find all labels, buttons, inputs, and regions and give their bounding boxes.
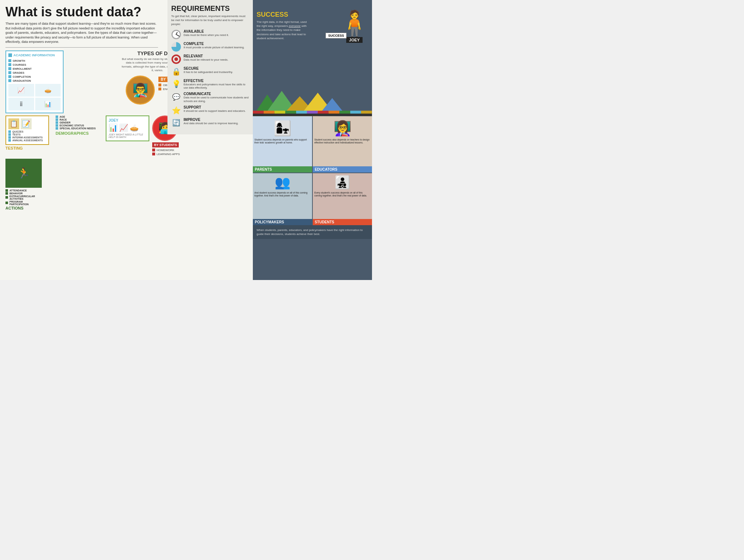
educators-card: 👩‍🏫 Student success also depends on teac…: [313, 116, 372, 173]
req-available-text: AVAILABLE Data must be there when you ne…: [183, 29, 249, 37]
demographics-area: AGE RACE GENDER ECONOMIC STATUS: [56, 115, 103, 135]
star-icon: ⭐: [171, 105, 181, 115]
green-square-icon: [5, 196, 8, 199]
students-item-hw: HOMEWORK: [152, 149, 180, 152]
req-complete-text: COMPLETE It must provide a whole picture…: [183, 42, 249, 49]
req-item-available: AVAILABLE Data must be there when you ne…: [171, 29, 249, 40]
parents-label: PARENTS: [253, 166, 312, 173]
policymakers-label: POLICYMAKERS: [253, 219, 312, 225]
policymakers-image: 👥: [253, 173, 312, 190]
pie-icon: [171, 42, 181, 52]
testing-item-interim: INTERIM ASSESSMENTS: [8, 136, 46, 139]
bottom-text-area: When students, parents, educators, and p…: [253, 225, 372, 239]
req-support-name: SUPPORT: [183, 105, 249, 109]
color-block-4: [286, 111, 296, 114]
intro-text: There are many types of data that suppor…: [5, 21, 158, 44]
academic-item-graduation: GRADUATION: [8, 79, 61, 82]
dot-icon: [8, 59, 11, 62]
academic-icon: [8, 53, 12, 57]
academic-item-growth: GROWTH: [8, 59, 61, 62]
color-block-11: [361, 111, 372, 114]
clock-icon: [171, 29, 181, 40]
arrows-icon: 🔄: [171, 118, 181, 128]
target-circle: [171, 54, 181, 64]
teal-square-icon: [8, 139, 11, 142]
req-secure-desc: It has to be safeguarded and trustworthy…: [183, 70, 249, 74]
dot-icon: [8, 75, 11, 78]
testing-items: QUIZZES TESTS INTERIM ASSESSMENTS A: [8, 130, 46, 142]
students-card: 👨‍👧‍👦 Every student's success depends on…: [313, 173, 372, 226]
testing-box: 📋 📝 QUIZZES TESTS: [5, 115, 49, 145]
lock-icon: 🔒: [171, 66, 181, 77]
req-relevant-desc: Data must be relevant to your needs.: [183, 58, 249, 62]
demo-item-gender: GENDER: [56, 121, 103, 124]
req-available-desc: Data must be there when you need it.: [183, 33, 249, 37]
academic-items: GROWTH COURSES ENROLLMENT GRADES: [8, 59, 61, 82]
divider: [5, 47, 158, 48]
color-block-1: [253, 111, 264, 114]
quizzes-image: 📝: [21, 118, 32, 129]
color-block-9: [340, 111, 351, 114]
req-effective-desc: Educators and policymakers must have the…: [183, 83, 249, 90]
students-image: 👨‍👧‍👦: [313, 173, 372, 190]
tests-image: 📋: [8, 118, 19, 129]
academic-item-grades: GRADES: [8, 71, 61, 74]
teal-square-icon: [8, 130, 11, 133]
students-items: HOMEWORK LEARNING APPS: [152, 149, 180, 156]
joey-trend-chart: 📈: [119, 123, 128, 132]
joey-charts: 📊 📈 🥧: [109, 123, 146, 132]
orange-square-icon: [158, 88, 161, 90]
joey-pie-chart: 🥧: [130, 123, 139, 132]
req-support-text: SUPPORT It should be used to support lea…: [183, 105, 249, 113]
speech-icon: 💬: [171, 92, 181, 102]
req-item-complete: COMPLETE It must provide a whole picture…: [171, 42, 249, 52]
req-improve-name: IMPROVE: [183, 118, 249, 122]
joey-bar-chart: 📊: [109, 123, 118, 132]
req-communicate-text: COMMUNICATE Data must be used to communi…: [183, 92, 249, 103]
action-item-program: PROGRAM PARTICIPATION: [5, 200, 42, 206]
mountains-svg: [253, 87, 372, 116]
teal-sq-icon: [56, 124, 58, 127]
demographics-label: DEMOGRAPHICS: [56, 131, 103, 135]
req-effective-text: EFFECTIVE Educators and policymakers mus…: [183, 79, 249, 90]
testing-area: 📋 📝 QUIZZES TESTS: [5, 115, 53, 150]
testing-item-tests: TESTS: [8, 133, 46, 136]
req-support-desc: It should be used to support leaders and…: [183, 109, 249, 113]
demo-item-age: AGE: [56, 115, 103, 118]
testing-item-quizzes: QUIZZES: [8, 130, 46, 133]
green-square-icon: [5, 189, 8, 192]
req-communicate-name: COMMUNICATE: [183, 92, 249, 96]
req-complete-name: COMPLETE: [183, 42, 249, 46]
demographics-items: AGE RACE GENDER ECONOMIC STATUS: [56, 115, 103, 130]
requirements-subtitle: To get that full, clear picture, importa…: [171, 14, 249, 27]
lock-symbol: 🔒: [172, 67, 181, 76]
chart-pie: 🥧: [35, 84, 61, 97]
success-badge: SUCCESS: [326, 33, 347, 38]
color-block-5: [296, 111, 307, 114]
color-block-2: [264, 111, 275, 114]
req-item-relevant: RELEVANT Data must be relevant to your n…: [171, 54, 249, 64]
arrows-symbol: 🔄: [172, 119, 180, 127]
by-students-label: BY STUDENTS: [152, 142, 179, 147]
red-square-icon: [152, 149, 155, 151]
academic-charts: 📈 🥧 ⣿ 📊: [8, 84, 61, 110]
actions-label: ACTIONS: [5, 206, 42, 210]
dot-icon: [8, 79, 11, 82]
joey-card: JOEY 📊 📈 🥧 JOEY MIGHT NEED A LITTLE HELP…: [106, 115, 149, 141]
req-item-secure: 🔒 SECURE It has to be safeguarded and tr…: [171, 66, 249, 77]
educators-label: EDUCATORS: [313, 166, 372, 173]
demo-item-special: SPECIAL EDUCATION NEEDS: [56, 127, 103, 130]
teal-sq-icon: [56, 127, 58, 130]
joey-name-badge: JOEY: [346, 37, 363, 43]
pie-chart-icon: [171, 42, 181, 52]
req-available-name: AVAILABLE: [183, 29, 249, 33]
testing-label: TESTING: [5, 146, 53, 150]
bottom-row: 🏃 ATTENDANCE BEHAVIOR EXTRACURRICULAR AC…: [5, 159, 247, 210]
speech-bubble-symbol: 💬: [172, 93, 180, 101]
educators-text: Student success also depends on teachers…: [313, 137, 372, 146]
teal-sq-icon: [56, 121, 58, 124]
requirements-section: REQUIREMENTS To get that full, clear pic…: [167, 0, 253, 134]
req-item-communicate: 💬 COMMUNICATE Data must be used to commu…: [171, 92, 249, 103]
lightbulb-symbol: 💡: [172, 80, 181, 88]
red-square-icon: [152, 153, 155, 155]
